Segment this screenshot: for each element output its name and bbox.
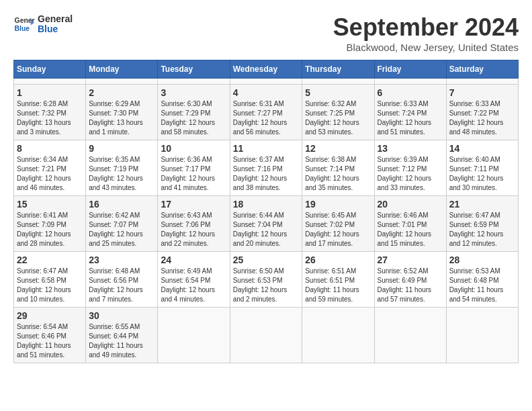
day-number: 26: [305, 255, 371, 265]
day-info: Sunrise: 6:35 AMSunset: 7:19 PMDaylight:…: [89, 155, 154, 193]
day-info: Sunrise: 6:51 AMSunset: 6:51 PMDaylight:…: [305, 267, 371, 304]
calendar-cell: [374, 79, 446, 85]
day-number: 21: [449, 199, 515, 210]
day-info: Sunrise: 6:28 AMSunset: 7:32 PMDaylight:…: [17, 99, 83, 137]
calendar-cell: 3Sunrise: 6:30 AMSunset: 7:29 PMDaylight…: [158, 85, 230, 140]
calendar-cell: 17Sunrise: 6:43 AMSunset: 7:06 PMDayligh…: [158, 196, 230, 252]
calendar-cell: [14, 79, 86, 85]
day-number: 6: [378, 87, 443, 98]
day-info: Sunrise: 6:39 AMSunset: 7:12 PMDaylight:…: [378, 155, 443, 193]
day-number: 10: [161, 143, 226, 154]
calendar-cell: [446, 308, 518, 363]
day-number: 5: [305, 87, 371, 98]
calendar-cell: 28Sunrise: 6:53 AMSunset: 6:48 PMDayligh…: [446, 252, 518, 308]
calendar-cell: [86, 79, 158, 85]
calendar-cell: 5Sunrise: 6:32 AMSunset: 7:25 PMDaylight…: [302, 85, 374, 140]
calendar-cell: 14Sunrise: 6:40 AMSunset: 7:11 PMDayligh…: [446, 140, 518, 196]
calendar-cell: [158, 308, 230, 363]
weekday-header-thursday: Thursday: [302, 60, 374, 79]
day-number: 12: [305, 143, 371, 154]
day-info: Sunrise: 6:52 AMSunset: 6:49 PMDaylight:…: [378, 267, 443, 304]
day-info: Sunrise: 6:36 AMSunset: 7:17 PMDaylight:…: [161, 155, 226, 193]
day-number: 2: [89, 87, 154, 98]
calendar-cell: [230, 79, 302, 85]
calendar-body: 1Sunrise: 6:28 AMSunset: 7:32 PMDaylight…: [14, 79, 519, 363]
day-info: Sunrise: 6:47 AMSunset: 6:58 PMDaylight:…: [17, 267, 83, 304]
day-info: Sunrise: 6:33 AMSunset: 7:24 PMDaylight:…: [378, 99, 443, 137]
calendar-cell: 30Sunrise: 6:55 AMSunset: 6:44 PMDayligh…: [86, 308, 158, 363]
logo-text-line1: General: [38, 14, 73, 24]
calendar-cell: 21Sunrise: 6:47 AMSunset: 6:59 PMDayligh…: [446, 196, 518, 252]
day-info: Sunrise: 6:34 AMSunset: 7:21 PMDaylight:…: [17, 155, 83, 193]
day-info: Sunrise: 6:46 AMSunset: 7:01 PMDaylight:…: [378, 211, 443, 248]
day-number: 20: [378, 199, 443, 210]
day-info: Sunrise: 6:32 AMSunset: 7:25 PMDaylight:…: [305, 99, 371, 137]
weekday-header-sunday: Sunday: [14, 60, 86, 79]
day-info: Sunrise: 6:41 AMSunset: 7:09 PMDaylight:…: [17, 211, 83, 248]
day-number: 23: [89, 255, 154, 265]
weekday-header-friday: Friday: [374, 60, 446, 79]
title-area: September 2024 Blackwood, New Jersey, Un…: [333, 13, 519, 53]
day-number: 16: [89, 199, 154, 210]
day-info: Sunrise: 6:55 AMSunset: 6:44 PMDaylight:…: [89, 322, 154, 360]
day-number: 9: [89, 143, 154, 154]
logo: General Blue General Blue: [13, 13, 73, 35]
calendar-cell: 22Sunrise: 6:47 AMSunset: 6:58 PMDayligh…: [14, 252, 86, 308]
day-number: 13: [378, 143, 443, 154]
calendar-cell: 2Sunrise: 6:29 AMSunset: 7:30 PMDaylight…: [86, 85, 158, 140]
location-title: Blackwood, New Jersey, United States: [333, 42, 519, 53]
day-number: 27: [378, 255, 443, 265]
calendar-cell: 12Sunrise: 6:38 AMSunset: 7:14 PMDayligh…: [302, 140, 374, 196]
day-info: Sunrise: 6:40 AMSunset: 7:11 PMDaylight:…: [449, 155, 515, 193]
weekday-header-saturday: Saturday: [446, 60, 518, 79]
calendar-cell: 10Sunrise: 6:36 AMSunset: 7:17 PMDayligh…: [158, 140, 230, 196]
calendar-cell: 11Sunrise: 6:37 AMSunset: 7:16 PMDayligh…: [230, 140, 302, 196]
day-info: Sunrise: 6:33 AMSunset: 7:22 PMDaylight:…: [449, 99, 515, 137]
month-title: September 2024: [333, 13, 519, 42]
weekday-header-wednesday: Wednesday: [230, 60, 302, 79]
day-number: 28: [449, 255, 515, 265]
calendar-cell: [446, 79, 518, 85]
day-number: 24: [161, 255, 226, 265]
calendar-week-4: 22Sunrise: 6:47 AMSunset: 6:58 PMDayligh…: [14, 252, 519, 308]
calendar-cell: [230, 308, 302, 363]
calendar-cell: 9Sunrise: 6:35 AMSunset: 7:19 PMDaylight…: [86, 140, 158, 196]
calendar-cell: 8Sunrise: 6:34 AMSunset: 7:21 PMDaylight…: [14, 140, 86, 196]
day-info: Sunrise: 6:45 AMSunset: 7:02 PMDaylight:…: [305, 211, 371, 248]
calendar-week-1: 1Sunrise: 6:28 AMSunset: 7:32 PMDaylight…: [14, 85, 519, 140]
day-info: Sunrise: 6:42 AMSunset: 7:07 PMDaylight:…: [89, 211, 154, 248]
day-info: Sunrise: 6:43 AMSunset: 7:06 PMDaylight:…: [161, 211, 226, 248]
calendar-cell: 26Sunrise: 6:51 AMSunset: 6:51 PMDayligh…: [302, 252, 374, 308]
calendar-cell: [302, 308, 374, 363]
day-info: Sunrise: 6:37 AMSunset: 7:16 PMDaylight:…: [233, 155, 300, 193]
day-number: 22: [17, 255, 83, 265]
calendar-cell: 25Sunrise: 6:50 AMSunset: 6:53 PMDayligh…: [230, 252, 302, 308]
day-number: 30: [89, 310, 154, 321]
day-number: 4: [233, 87, 300, 98]
calendar-cell: 23Sunrise: 6:48 AMSunset: 6:56 PMDayligh…: [86, 252, 158, 308]
day-number: 7: [449, 87, 515, 98]
weekday-header-row: SundayMondayTuesdayWednesdayThursdayFrid…: [14, 60, 519, 79]
day-number: 17: [161, 199, 226, 210]
day-number: 3: [161, 87, 226, 98]
calendar-cell: [302, 79, 374, 85]
day-info: Sunrise: 6:31 AMSunset: 7:27 PMDaylight:…: [233, 99, 300, 137]
calendar-cell: [374, 308, 446, 363]
day-info: Sunrise: 6:30 AMSunset: 7:29 PMDaylight:…: [161, 99, 226, 137]
calendar-cell: 24Sunrise: 6:49 AMSunset: 6:54 PMDayligh…: [158, 252, 230, 308]
day-info: Sunrise: 6:50 AMSunset: 6:53 PMDaylight:…: [233, 267, 300, 304]
calendar-table: SundayMondayTuesdayWednesdayThursdayFrid…: [13, 60, 519, 363]
calendar-cell: [158, 79, 230, 85]
day-number: 19: [305, 199, 371, 210]
calendar-week-3: 15Sunrise: 6:41 AMSunset: 7:09 PMDayligh…: [14, 196, 519, 252]
day-number: 15: [17, 199, 83, 210]
day-info: Sunrise: 6:53 AMSunset: 6:48 PMDaylight:…: [449, 267, 515, 304]
day-number: 11: [233, 143, 300, 154]
calendar-cell: 13Sunrise: 6:39 AMSunset: 7:12 PMDayligh…: [374, 140, 446, 196]
day-info: Sunrise: 6:38 AMSunset: 7:14 PMDaylight:…: [305, 155, 371, 193]
weekday-header-monday: Monday: [86, 60, 158, 79]
calendar-cell: 15Sunrise: 6:41 AMSunset: 7:09 PMDayligh…: [14, 196, 86, 252]
logo-icon: General Blue: [13, 13, 35, 35]
calendar-cell: 1Sunrise: 6:28 AMSunset: 7:32 PMDaylight…: [14, 85, 86, 140]
day-info: Sunrise: 6:44 AMSunset: 7:04 PMDaylight:…: [233, 211, 300, 248]
